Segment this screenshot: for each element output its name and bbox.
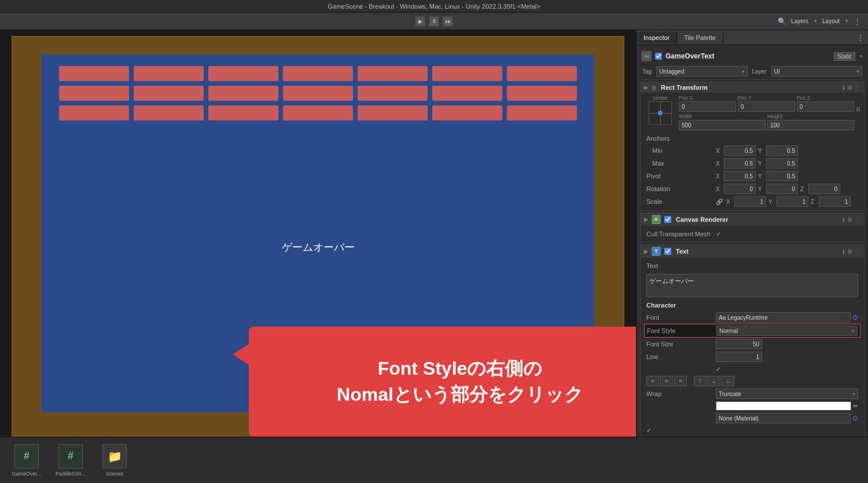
width-field-wrap: Width — [679, 114, 766, 130]
text-component-icon: T — [652, 247, 661, 256]
pivot-x-input[interactable] — [724, 171, 756, 181]
anchors-min-row: Min X Y — [644, 144, 860, 157]
anchors-min-y-input[interactable] — [766, 145, 798, 156]
layers-chevron[interactable]: ▼ — [813, 19, 818, 24]
align-right-btn[interactable]: ≡ — [674, 376, 687, 386]
rot-y-input[interactable] — [766, 184, 798, 194]
font-style-row: Font Style Normal Bold Italic Bold and I… — [644, 324, 860, 338]
pos-x-input[interactable] — [679, 101, 736, 112]
text-component-toggle[interactable] — [664, 248, 671, 255]
layout-label[interactable]: Layout — [822, 18, 840, 24]
pos-grid: Pos X Pos Y Pos Z — [679, 95, 854, 112]
wh-lock-controls: R — [856, 107, 860, 113]
rect-transform-header[interactable]: ▶ ⊞ Rect Transform ℹ ⚙ ⋮ — [641, 82, 864, 93]
static-chevron[interactable]: ▼ — [859, 54, 863, 59]
align-left-btn[interactable]: ≡ — [646, 376, 659, 386]
brick-row-2 — [59, 86, 577, 101]
extra-check-1-mark: ✓ — [646, 427, 652, 434]
material-preview[interactable] — [716, 401, 851, 411]
asset-icon-scenes: 📁 — [102, 444, 127, 469]
scale-z-input[interactable] — [819, 196, 851, 207]
align-top-btn[interactable]: ⊤ — [694, 376, 707, 386]
height-input[interactable] — [767, 120, 854, 130]
pivot-y-label: Y — [758, 173, 764, 180]
color-edit-icon[interactable]: ✏ — [853, 402, 858, 410]
asset-item-scenes[interactable]: 📁 Scenes — [97, 444, 132, 477]
text-menu-icon[interactable]: ⋮ — [855, 248, 860, 255]
asset-item-gameover[interactable]: # GameOver... — [9, 444, 44, 477]
step-button[interactable]: ⏭ — [443, 16, 453, 27]
wrap-select[interactable]: Truncate Overflow Clamp — [716, 389, 858, 399]
width-input[interactable] — [679, 120, 766, 130]
canvas-renderer-toggle[interactable] — [664, 216, 671, 223]
search-icon[interactable]: 🔍 — [778, 17, 786, 25]
brick — [507, 86, 577, 101]
text-settings-icon[interactable]: ⚙ — [847, 248, 852, 255]
pivot-y-input[interactable] — [766, 171, 798, 181]
align-bottom-btn[interactable]: ⊥ — [722, 376, 734, 386]
play-button[interactable]: ▶ — [415, 16, 425, 27]
font-size-row: Font Size — [644, 338, 860, 350]
anchor-visual[interactable] — [649, 101, 672, 125]
anchors-max-y-input[interactable] — [766, 158, 798, 169]
material-pick-icon[interactable]: ⊙ — [852, 414, 858, 422]
rect-menu-icon[interactable]: ⋮ — [855, 85, 860, 91]
width-header: Width — [679, 114, 766, 119]
inspector-menu[interactable]: ⋮ — [854, 17, 861, 25]
scale-z-label: Z — [811, 199, 816, 205]
height-field-wrap: Height — [767, 114, 854, 130]
inspector-menu-icon[interactable]: ⋮ — [856, 33, 865, 42]
font-field-wrap: Aa LegacyRuntime ⊙ — [716, 312, 858, 323]
object-active-checkbox[interactable] — [655, 53, 662, 60]
align-buttons: ≡ ≡ ≡ ⊤ ⊥ ⊥ — [644, 375, 860, 387]
canvas-menu-icon[interactable]: ⋮ — [855, 217, 860, 223]
pause-button[interactable]: ⏸ — [429, 16, 439, 27]
scale-x-input[interactable] — [734, 196, 766, 207]
font-size-input[interactable] — [716, 339, 762, 349]
wrap-row: Wrap Truncate Overflow Clamp — [644, 387, 860, 400]
brick — [134, 66, 204, 81]
text-info-icon[interactable]: ℹ — [843, 248, 845, 255]
text-component-header[interactable]: ▶ T Text ℹ ⚙ ⋮ — [641, 245, 864, 258]
wh-lock-icon[interactable]: R — [856, 107, 860, 113]
rot-z-input[interactable] — [808, 184, 840, 194]
tab-inspector[interactable]: Inspector — [637, 32, 677, 43]
line-spacing-input[interactable] — [716, 352, 762, 362]
pos-y-input[interactable] — [738, 101, 795, 112]
anchors-max-y-label: Y — [758, 160, 764, 167]
layers-label[interactable]: Layers — [791, 18, 808, 24]
scale-link-icon[interactable]: 🔗 — [716, 199, 723, 205]
rect-settings-icon[interactable]: ⚙ — [847, 85, 852, 91]
brick — [283, 105, 353, 120]
canvas-settings-icon[interactable]: ⚙ — [847, 217, 852, 223]
material-field[interactable]: None (Material) — [716, 413, 851, 423]
anchors-max-x-input[interactable] — [724, 158, 756, 169]
text-content-area[interactable]: ゲームオーバー — [646, 274, 858, 297]
tag-dropdown-wrap: Untagged — [656, 66, 747, 76]
anchors-min-x-input[interactable] — [724, 145, 756, 156]
rect-transform-section: ▶ ⊞ Rect Transform ℹ ⚙ ⋮ center — [640, 82, 865, 211]
font-style-select[interactable]: Normal Bold Italic Bold and Italic — [716, 325, 858, 336]
brick — [432, 66, 502, 81]
font-field[interactable]: Aa LegacyRuntime — [716, 312, 851, 323]
tag-select[interactable]: Untagged — [656, 66, 747, 76]
rect-info-icon[interactable]: ℹ — [843, 85, 845, 91]
layer-select[interactable]: UI — [771, 66, 862, 76]
canvas-info-icon[interactable]: ℹ — [843, 217, 845, 223]
brick — [134, 86, 204, 101]
layout-chevron[interactable]: ▼ — [844, 19, 849, 24]
pos-z-input[interactable] — [797, 101, 854, 112]
static-badge[interactable]: Static — [834, 52, 855, 61]
text-component-title: Text — [676, 248, 840, 255]
asset-item-paddle[interactable]: # PaddleCon... — [53, 444, 88, 477]
cull-checkmark: ✓ — [716, 230, 721, 238]
asset-icon-paddle: # — [58, 444, 83, 469]
anchor-widget: center — [644, 95, 676, 125]
tab-tile-palette[interactable]: Tile Palette — [677, 32, 723, 43]
font-pick-icon[interactable]: ⊙ — [852, 313, 858, 321]
scale-y-input[interactable] — [777, 196, 808, 207]
align-center-btn[interactable]: ≡ — [660, 376, 673, 386]
align-middle-btn[interactable]: ⊥ — [708, 376, 720, 386]
rot-x-input[interactable] — [724, 184, 756, 194]
canvas-renderer-header[interactable]: ▶ 👁 Canvas Renderer ℹ ⚙ ⋮ — [641, 213, 864, 226]
